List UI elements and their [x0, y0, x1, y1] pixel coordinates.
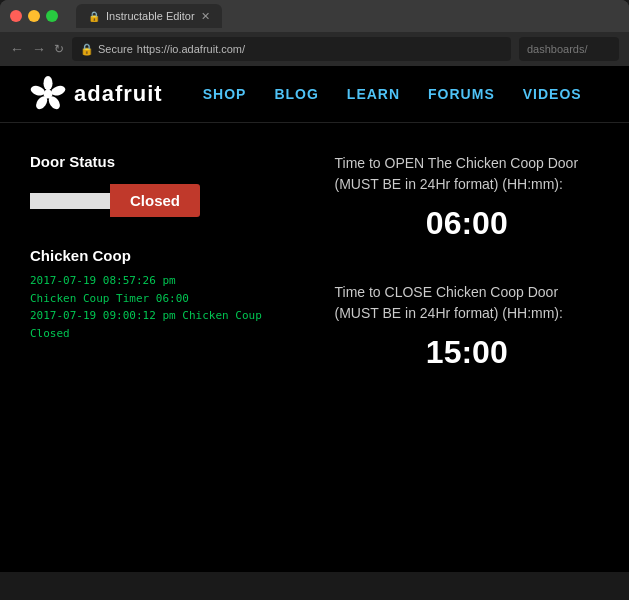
nav-forums[interactable]: FORUMS	[428, 86, 495, 102]
close-time-label: Time to CLOSE Chicken Coop Door (MUST BE…	[335, 282, 600, 324]
tab-favicon-icon: 🔒	[88, 11, 100, 22]
minimize-window-button[interactable]	[28, 10, 40, 22]
nav-blog[interactable]: BLOG	[274, 86, 318, 102]
back-button[interactable]: ←	[10, 41, 24, 57]
nav-shop[interactable]: SHOP	[203, 86, 247, 102]
address-bar: ← → ↻ 🔒 Secure https://io.adafruit.com/ …	[0, 32, 629, 66]
log-line-2: 2017-07-19 09:00:12 pm Chicken Coup	[30, 307, 295, 325]
log-line-1: Chicken Coup Timer 06:00	[30, 290, 295, 308]
close-window-button[interactable]	[10, 10, 22, 22]
url-input[interactable]: 🔒 Secure https://io.adafruit.com/	[72, 37, 511, 61]
door-status-control: Closed	[30, 184, 295, 217]
open-time-label: Time to OPEN The Chicken Coop Door (MUST…	[335, 153, 600, 195]
svg-point-4	[30, 84, 46, 97]
main-content: Door Status Closed Chicken Coop 2017-07-…	[0, 123, 629, 441]
site-header: adafruit SHOP BLOG LEARN FORUMS VIDEOS	[0, 66, 629, 123]
coop-title: Chicken Coop	[30, 247, 295, 264]
logo-text: adafruit	[74, 81, 163, 107]
door-status-title: Door Status	[30, 153, 295, 170]
coop-log: 2017-07-19 08:57:26 pm Chicken Coup Time…	[30, 272, 295, 342]
tab-label: Instructable Editor	[106, 10, 195, 22]
tab-close-icon[interactable]: ✕	[201, 10, 210, 23]
site-content: adafruit SHOP BLOG LEARN FORUMS VIDEOS D…	[0, 66, 629, 572]
nav-links: SHOP BLOG LEARN FORUMS VIDEOS	[203, 86, 582, 102]
maximize-window-button[interactable]	[46, 10, 58, 22]
svg-point-5	[44, 90, 53, 99]
svg-point-0	[44, 76, 53, 90]
open-time-value: 06:00	[335, 205, 600, 242]
nav-videos[interactable]: VIDEOS	[523, 86, 582, 102]
url-bar-right[interactable]: dashboards/	[519, 37, 619, 61]
browser-window: 🔒 Instructable Editor ✕ ← → ↻ 🔒 Secure h…	[0, 0, 629, 66]
left-panel: Door Status Closed Chicken Coop 2017-07-…	[30, 153, 295, 411]
close-time-value: 15:00	[335, 334, 600, 371]
traffic-lights	[10, 10, 58, 22]
door-open-button[interactable]	[30, 193, 110, 209]
log-line-3: Closed	[30, 325, 295, 343]
reload-button[interactable]: ↻	[54, 42, 64, 56]
forward-button[interactable]: →	[32, 41, 46, 57]
logo-area: adafruit	[30, 76, 163, 112]
secure-icon: 🔒	[80, 43, 94, 56]
url-right-text: dashboards/	[527, 43, 588, 55]
log-line-0: 2017-07-19 08:57:26 pm	[30, 272, 295, 290]
title-bar: 🔒 Instructable Editor ✕	[0, 0, 629, 32]
secure-label: Secure	[98, 43, 133, 55]
right-panel: Time to OPEN The Chicken Coop Door (MUST…	[315, 153, 600, 411]
url-text: https://io.adafruit.com/	[137, 43, 245, 55]
nav-learn[interactable]: LEARN	[347, 86, 400, 102]
svg-point-1	[50, 84, 66, 97]
browser-tab[interactable]: 🔒 Instructable Editor ✕	[76, 4, 222, 28]
logo-icon	[30, 76, 66, 112]
door-closed-button[interactable]: Closed	[110, 184, 200, 217]
